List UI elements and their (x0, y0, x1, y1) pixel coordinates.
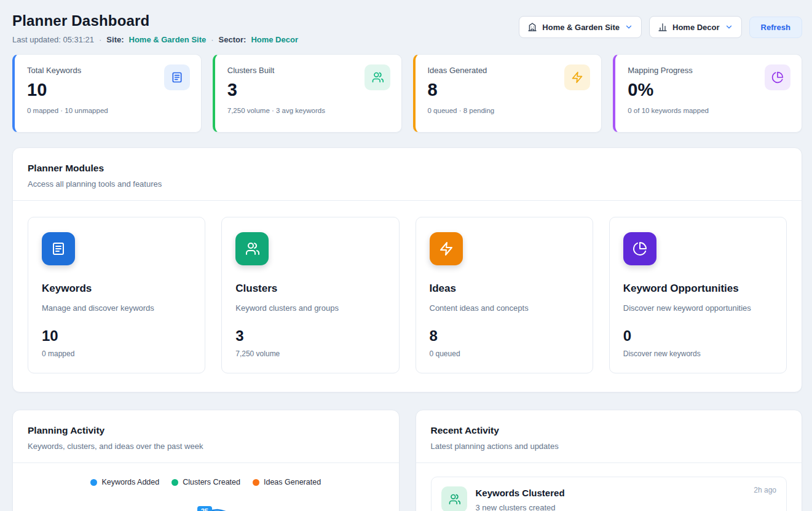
stat-detail: 0 of 10 keywords mapped (628, 107, 789, 114)
planning-activity-title: Planning Activity (28, 425, 384, 436)
stat-card-mapping-progress: Mapping Progress 0% 0 of 10 keywords map… (613, 54, 802, 133)
module-detail: 0 mapped (42, 349, 191, 358)
lightning-icon (430, 232, 463, 265)
module-value: 3 (235, 327, 385, 345)
planning-activity-subtitle: Keywords, clusters, and ideas over the p… (28, 442, 384, 451)
pie-chart-icon (765, 64, 790, 90)
recent-activity-panel: Recent Activity Latest planning actions … (416, 410, 803, 511)
divider (13, 462, 399, 463)
separator: · (99, 35, 101, 44)
module-description: Manage and discover keywords (42, 303, 191, 313)
planning-activity-panel: Planning Activity Keywords, clusters, an… (12, 410, 400, 511)
legend-dot-green (171, 479, 178, 486)
module-detail: 7,250 volume (235, 349, 385, 358)
activity-title: Keywords Clustered (476, 488, 565, 498)
document-icon (42, 232, 75, 265)
legend-dot-orange (253, 479, 259, 486)
area-chart: 25 25 24 (13, 495, 399, 511)
chevron-down-icon (725, 23, 733, 31)
meta-line: Last updated: 05:31:21 · Site: Home & Ga… (12, 35, 298, 44)
module-card-keyword-opportunities[interactable]: Keyword Opportunities Discover new keywo… (609, 217, 787, 373)
legend-label: Ideas Generated (264, 478, 321, 486)
activity-content: Keywords Clustered 3 new clusters create… (476, 486, 565, 511)
stat-detail: 7,250 volume · 3 avg keywords (227, 107, 389, 114)
last-updated: Last updated: 05:31:21 (12, 35, 94, 44)
building-icon (527, 22, 537, 32)
users-icon (365, 64, 390, 90)
separator: · (211, 35, 213, 44)
recent-activity-title: Recent Activity (431, 425, 787, 436)
module-title: Clusters (235, 283, 385, 295)
legend-label: Keywords Added (101, 478, 159, 486)
module-description: Keyword clusters and groups (235, 303, 385, 313)
activity-list: Keywords Clustered 3 new clusters create… (416, 463, 802, 511)
sector-dropdown[interactable]: Home Decor (649, 16, 742, 38)
module-card-keywords[interactable]: Keywords Manage and discover keywords 10… (28, 217, 205, 373)
module-title: Ideas (430, 283, 579, 295)
site-link[interactable]: Home & Garden Site (129, 35, 207, 44)
sector-link[interactable]: Home Decor (251, 35, 298, 44)
refresh-button[interactable]: Refresh (749, 17, 802, 38)
legend-item-ideas-generated: Ideas Generated (253, 478, 321, 486)
panel-head: Planning Activity Keywords, clusters, an… (13, 410, 399, 451)
module-card-ideas[interactable]: Ideas Content ideas and concepts 8 0 que… (416, 217, 593, 373)
users-icon (235, 232, 269, 265)
stat-card-ideas-generated: Ideas Generated 8 0 queued · 8 pending (413, 54, 602, 133)
modules-subtitle: Access all planning tools and features (28, 179, 787, 189)
users-icon (441, 486, 467, 511)
stat-detail: 0 mapped · 10 unmapped (27, 107, 189, 114)
page-title: Planner Dashboard (12, 12, 298, 29)
activity-timestamp: 2h ago (754, 486, 776, 494)
module-card-clusters[interactable]: Clusters Keyword clusters and groups 3 7… (221, 217, 399, 373)
activity-item-keywords-clustered[interactable]: Keywords Clustered 3 new clusters create… (431, 477, 787, 511)
chevron-down-icon (625, 23, 633, 31)
site-dropdown[interactable]: Home & Garden Site (519, 16, 642, 38)
pie-chart-icon (623, 232, 656, 265)
header-controls: Home & Garden Site Home Decor Refresh (519, 16, 802, 38)
panel-head: Planner Modules Access all planning tool… (13, 148, 802, 189)
bottom-row: Planning Activity Keywords, clusters, an… (12, 410, 802, 511)
header-left: Planner Dashboard Last updated: 05:31:21… (12, 12, 298, 44)
legend-item-clusters-created: Clusters Created (171, 478, 240, 486)
planner-modules-panel: Planner Modules Access all planning tool… (12, 147, 802, 392)
header: Planner Dashboard Last updated: 05:31:21… (12, 12, 802, 44)
stat-card-clusters-built: Clusters Built 3 7,250 volume · 3 avg ke… (213, 54, 402, 133)
document-icon (164, 64, 190, 90)
sector-dropdown-label: Home Decor (672, 23, 720, 32)
module-description: Discover new keyword opportunities (623, 303, 773, 313)
keywords-area-series (51, 505, 390, 511)
legend-item-keywords-added: Keywords Added (90, 478, 159, 486)
stat-card-total-keywords: Total Keywords 10 0 mapped · 10 unmapped (12, 54, 202, 133)
chart-legend: Keywords Added Clusters Created Ideas Ge… (13, 478, 399, 486)
legend-dot-blue (90, 479, 97, 486)
modules-title: Planner Modules (28, 163, 787, 174)
module-value: 8 (430, 327, 579, 345)
lightning-icon (564, 64, 590, 90)
bar-chart-icon (658, 22, 668, 32)
activity-description: 3 new clusters created (476, 503, 565, 511)
module-title: Keywords (42, 283, 191, 295)
module-description: Content ideas and concepts (430, 303, 579, 313)
stat-detail: 0 queued · 8 pending (428, 107, 589, 114)
recent-activity-subtitle: Latest planning actions and updates (431, 442, 787, 451)
modules-grid: Keywords Manage and discover keywords 10… (13, 201, 802, 392)
data-point-label: 25 (197, 506, 212, 511)
module-value: 0 (623, 327, 773, 345)
module-title: Keyword Opportunities (623, 283, 773, 295)
site-label: Site: (106, 35, 124, 44)
planner-dashboard-page: Planner Dashboard Last updated: 05:31:21… (0, 0, 812, 511)
legend-label: Clusters Created (183, 478, 240, 486)
panel-head: Recent Activity Latest planning actions … (416, 410, 802, 451)
module-detail: 0 queued (430, 349, 579, 358)
module-value: 10 (42, 327, 191, 345)
site-dropdown-label: Home & Garden Site (542, 23, 620, 32)
module-detail: Discover new keywords (623, 349, 773, 358)
sector-label: Sector: (219, 35, 246, 44)
stat-cards-row: Total Keywords 10 0 mapped · 10 unmapped… (12, 54, 802, 133)
